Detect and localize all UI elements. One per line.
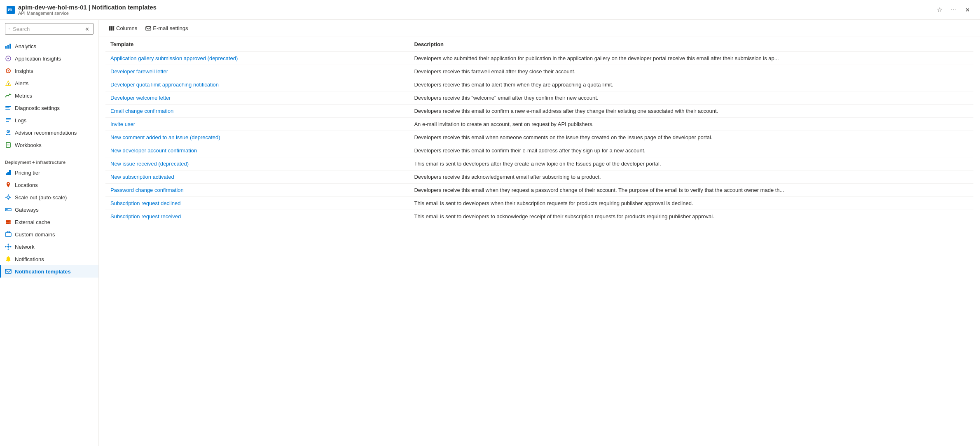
sidebar-item-advisor-recommendations[interactable]: Advisor recommendations [0, 126, 98, 139]
search-box: « [5, 23, 94, 35]
advisor-recommendations-label: Advisor recommendations [15, 130, 77, 136]
template-cell: Developer welcome letter [105, 91, 409, 105]
svg-line-3 [10, 29, 10, 30]
sidebar-item-diagnostic-settings[interactable]: Diagnostic settings [0, 102, 98, 114]
notifications-label: Notifications [15, 256, 44, 262]
collapse-sidebar-button[interactable]: « [84, 25, 90, 33]
description-cell: This email is sent to developers when th… [409, 197, 973, 210]
analytics-label: Analytics [15, 43, 36, 49]
table-row[interactable]: Developer farewell letter Developers rec… [105, 65, 973, 78]
header: ✉ apim-dev-we-hol-ms-01 | Notification t… [0, 0, 980, 20]
svg-point-33 [10, 221, 11, 222]
template-cell: Invite user [105, 118, 409, 131]
notifications-icon [5, 256, 12, 262]
description-cell: This email is sent to developers after t… [409, 157, 973, 170]
sidebar-item-external-cache[interactable]: External cache [0, 216, 98, 228]
search-icon [9, 26, 10, 32]
apim-icon: ✉ [7, 6, 15, 14]
sidebar-nav: Analytics Application Insights Insights … [0, 38, 98, 279]
svg-rect-17 [6, 121, 9, 122]
sidebar-item-gateways[interactable]: Gateways [0, 203, 98, 216]
sidebar-item-locations[interactable]: Locations [0, 179, 98, 191]
sidebar-item-pricing-tier[interactable]: Pricing tier [0, 166, 98, 179]
svg-point-8 [7, 58, 9, 59]
template-cell: New developer account confirmation [105, 144, 409, 157]
logs-icon [5, 117, 12, 124]
search-input[interactable] [13, 26, 82, 32]
custom-domains-icon [5, 231, 12, 238]
template-cell: Subscription request received [105, 210, 409, 223]
application-insights-label: Application Insights [15, 56, 61, 62]
description-cell: Developers receive this farewell email a… [409, 65, 973, 78]
table-row[interactable]: Password change confirmation Developers … [105, 184, 973, 197]
svg-rect-15 [6, 118, 11, 119]
svg-point-36 [7, 246, 9, 248]
table-row[interactable]: Email change confirmation Developers rec… [105, 105, 973, 118]
analytics-icon [5, 43, 12, 49]
sidebar-item-metrics[interactable]: Metrics [0, 89, 98, 102]
sidebar-item-insights[interactable]: Insights [0, 65, 98, 77]
template-cell: Developer quota limit approaching notifi… [105, 78, 409, 91]
table-row[interactable]: Developer welcome letter Developers rece… [105, 91, 973, 105]
logs-label: Logs [15, 117, 26, 124]
table-row[interactable]: New comment added to an issue (deprecate… [105, 131, 973, 144]
svg-point-27 [7, 196, 9, 198]
sidebar-item-logs[interactable]: Logs [0, 114, 98, 126]
svg-point-2 [9, 28, 10, 29]
page-title: apim-dev-we-hol-ms-01 | Notification tem… [18, 4, 934, 11]
svg-rect-21 [7, 144, 9, 144]
main-layout: « Analytics Application Insights [0, 20, 980, 446]
table-row[interactable]: Subscription request received This email… [105, 210, 973, 223]
table-row[interactable]: New developer account confirmation Devel… [105, 144, 973, 157]
svg-rect-14 [5, 109, 10, 110]
table-header-row: Template Description [105, 37, 973, 52]
table-row[interactable]: Invite user An e-mail invitation to crea… [105, 118, 973, 131]
svg-rect-12 [5, 106, 11, 107]
description-cell: Developers receive this email to confirm… [409, 105, 973, 118]
sidebar-item-application-insights[interactable]: Application Insights [0, 52, 98, 65]
template-cell: Password change confirmation [105, 184, 409, 197]
table-row[interactable]: Developer quota limit approaching notifi… [105, 78, 973, 91]
table-wrapper: Template Description Application gallery… [99, 37, 980, 446]
svg-point-29 [6, 209, 7, 210]
template-cell: New issue received (deprecated) [105, 157, 409, 170]
sidebar-item-analytics[interactable]: Analytics [0, 40, 98, 52]
template-cell: Application gallery submission approved … [105, 52, 409, 65]
column-header-template: Template [105, 37, 409, 52]
columns-button[interactable]: Columns [105, 23, 140, 33]
template-cell: New subscription activated [105, 170, 409, 184]
svg-point-40 [10, 246, 12, 248]
diagnostic-icon [5, 105, 12, 111]
sidebar-item-workbooks[interactable]: Workbooks [0, 139, 98, 151]
favorite-button[interactable]: ☆ [934, 4, 945, 15]
pricing-tier-icon [5, 169, 12, 176]
close-button[interactable]: ✕ [962, 5, 973, 15]
gateways-icon [5, 206, 12, 213]
sidebar-item-notifications[interactable]: Notifications [0, 253, 98, 265]
email-settings-button[interactable]: E-mail settings [142, 23, 191, 33]
sidebar-item-network[interactable]: Network [0, 241, 98, 253]
svg-rect-23 [7, 146, 9, 146]
table-row[interactable]: New subscription activated Developers re… [105, 170, 973, 184]
table-row[interactable]: Application gallery submission approved … [105, 52, 973, 65]
table-row[interactable]: New issue received (deprecated) This ema… [105, 157, 973, 170]
sidebar-item-alerts[interactable]: Alerts [0, 77, 98, 89]
svg-rect-16 [6, 120, 11, 121]
email-settings-icon [145, 26, 151, 31]
table-row[interactable]: Subscription request declined This email… [105, 197, 973, 210]
svg-point-11 [8, 84, 9, 85]
description-cell: This email is sent to developers to ackn… [409, 210, 973, 223]
insights-icon [5, 68, 12, 74]
svg-point-19 [8, 131, 9, 132]
more-options-button[interactable]: ··· [948, 5, 959, 15]
sidebar: « Analytics Application Insights [0, 20, 99, 446]
sidebar-item-scale-out[interactable]: Scale out (auto-scale) [0, 191, 98, 203]
sidebar-item-notification-templates[interactable]: Notification templates [0, 265, 98, 278]
sidebar-item-custom-domains[interactable]: Custom domains [0, 228, 98, 241]
svg-rect-43 [111, 26, 112, 30]
application-insights-icon [5, 55, 12, 62]
notification-templates-label: Notification templates [15, 269, 71, 275]
svg-point-9 [8, 70, 9, 72]
network-label: Network [15, 244, 35, 250]
description-cell: Developers receive this "welcome" email … [409, 91, 973, 105]
